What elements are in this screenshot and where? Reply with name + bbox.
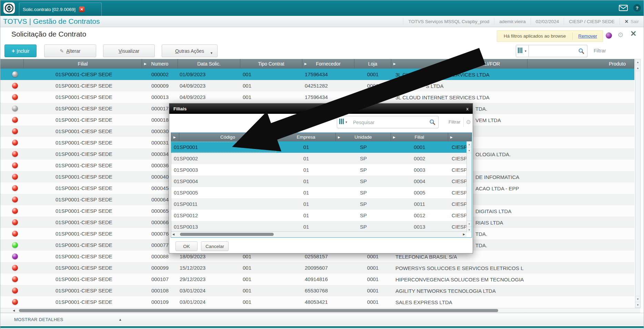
header-loja[interactable]: Loja	[354, 59, 391, 69]
status-cell	[0, 217, 24, 228]
horizontal-scrollbar[interactable]: ◀	[0, 308, 640, 313]
modal-header-unidade[interactable]: ▶Unidade	[336, 133, 391, 141]
session-info: TOTVS Serviços MSSQL Cvapby_prod ademir.…	[403, 16, 644, 27]
cell: 01SP0001-CIESP SEDE	[24, 160, 142, 171]
cell: 0001	[354, 80, 391, 91]
outras-acoes-button[interactable]: Outras Ações ▼	[162, 44, 218, 57]
modal-column-config-button[interactable]: ▼	[337, 116, 350, 128]
sort-arrow-icon[interactable]: ▶	[171, 133, 179, 141]
cell: 0001	[354, 285, 391, 296]
expand-up-icon[interactable]: ▲	[119, 318, 122, 321]
ok-button[interactable]: OK	[175, 241, 198, 251]
modal-table-row[interactable]: 01SP000401SP0004CIESP C	[171, 176, 472, 187]
scroll-page-down-icon[interactable]: ▼	[467, 221, 472, 227]
vertical-scrollbar[interactable]: ▲ ▲ ▼ ▼	[635, 59, 641, 308]
modal-table-row[interactable]: 01SP001201SP0012CIESP A	[171, 210, 472, 221]
search-icon[interactable]	[578, 48, 584, 54]
modal-search-field	[350, 116, 439, 128]
scroll-left-icon[interactable]: ◀	[13, 309, 15, 312]
header-produto[interactable]: Produto	[527, 59, 634, 69]
modal-table-row[interactable]: 01SP001301SP0013CIESP A	[171, 221, 472, 232]
cell: 48053421	[302, 296, 354, 308]
status-icon	[12, 83, 18, 89]
modal-table-row[interactable]: 01SP000301SP0003CIESP N	[171, 164, 472, 176]
status-cell	[0, 262, 24, 273]
search-input[interactable]	[531, 47, 577, 56]
scroll-up-icon[interactable]: ▲	[635, 59, 640, 65]
table-row[interactable]: 01SP0001-CIESP SEDE00000904/09/202300104…	[0, 80, 634, 91]
scroll-page-up-icon[interactable]: ▲	[635, 65, 640, 71]
column-config-button[interactable]: ▼	[516, 45, 529, 57]
scroll-down-icon[interactable]: ▼	[467, 227, 472, 232]
gear-icon[interactable]: ⚙	[466, 119, 471, 126]
scroll-right-icon[interactable]: ▶	[463, 233, 465, 236]
modal-title-bar[interactable]: Filiais x	[169, 103, 473, 114]
modal-search-input[interactable]	[352, 118, 423, 127]
produto-cell	[527, 194, 634, 205]
modal-table-row[interactable]: 01SP000201SP0002CIESP L	[171, 153, 472, 164]
header-fornecedor[interactable]: ▶Fornecedor	[302, 59, 354, 69]
modal-horizontal-scrollbar[interactable]: ◀ ▶	[171, 231, 466, 237]
cell: 01	[276, 187, 336, 198]
modal-header-filial[interactable]: ▶Filial	[391, 133, 448, 141]
branch-label[interactable]: CIESP / CIESP SEDE	[564, 18, 619, 25]
status-cell	[0, 285, 24, 296]
scroll-down-icon[interactable]: ▼	[635, 302, 640, 308]
cell: 0012	[391, 210, 448, 221]
scroll-up-icon[interactable]: ▲	[467, 141, 472, 147]
status-icon	[12, 140, 18, 146]
filtrar-label[interactable]: Filtrar	[594, 48, 606, 53]
modal-header-empresa[interactable]: Empresa	[276, 133, 336, 141]
cell: SP	[336, 210, 391, 221]
mail-icon[interactable]	[619, 5, 628, 11]
header-numero[interactable]: ▶Numero	[142, 59, 178, 69]
remove-filter-link[interactable]: Remover	[573, 33, 603, 39]
visualizar-button[interactable]: Visualizar	[103, 44, 155, 57]
produto-cell	[527, 148, 634, 160]
modal-header-codigo[interactable]: Código	[179, 133, 276, 141]
details-bar[interactable]: MOSTRAR DETALHES ▲	[0, 313, 644, 326]
status-icon	[12, 128, 18, 134]
tab-close-icon[interactable]: ✕	[79, 7, 84, 12]
table-row[interactable]: 01SP0001-CIESP SEDE00001304/09/202300117…	[0, 91, 634, 103]
modal-vertical-scrollbar[interactable]: ▲ ▲ ▼ ▼	[466, 141, 472, 232]
cli-for-cell: 3L CLOUD INTERNET SERVICES LTDA	[391, 91, 527, 103]
table-row[interactable]: 01SP0001-CIESP SEDE00000201/09/202300117…	[0, 69, 634, 80]
table-row[interactable]: 01SP0001-CIESP SEDE00010903/01/202400148…	[0, 296, 634, 308]
cancelar-button[interactable]: Cancelar	[201, 241, 229, 251]
header-filial[interactable]: Filial	[24, 59, 142, 69]
header-data-solic[interactable]: Data Solic.	[178, 59, 240, 69]
incluir-button[interactable]: + Incluir	[4, 44, 37, 57]
header-status[interactable]	[0, 59, 24, 69]
date-label[interactable]: 02/02/2024	[531, 18, 564, 25]
help-icon[interactable]: ?	[633, 4, 641, 12]
modal-table-row[interactable]: 01SP000101SP0001CIESP S	[171, 141, 472, 153]
status-cell	[0, 273, 24, 285]
scroll-left-icon[interactable]: ◀	[172, 233, 174, 236]
modal-header-nome[interactable]: ▶	[448, 133, 472, 141]
cell: 01SP0001-CIESP SEDE	[24, 69, 142, 80]
header-cli-for[interactable]: ▶CLI/FOR	[391, 59, 527, 69]
logout-button[interactable]: ✕ Sair	[620, 18, 644, 25]
modal-table-row[interactable]: 01SP001101SP0011CIESP A	[171, 198, 472, 210]
scroll-page-up-icon[interactable]: ▲	[467, 147, 472, 153]
scrollbar-thumb[interactable]	[19, 309, 498, 312]
cell: 01SP0001-CIESP SEDE	[24, 171, 142, 182]
gear-icon[interactable]: ⚙	[617, 31, 624, 39]
table-row[interactable]: 01SP0001-CIESP SEDE00009915/12/202300120…	[0, 262, 634, 273]
cell: 001	[240, 69, 302, 80]
modal-table-row[interactable]: 01SP000501SP0005CIESP S	[171, 187, 472, 198]
scroll-page-down-icon[interactable]: ▼	[635, 296, 640, 302]
app-tab[interactable]: Solic.contrato [02.9.0069] ✕	[19, 2, 102, 16]
user-label[interactable]: ademir.vieira	[494, 18, 531, 25]
table-row[interactable]: 01SP0001-CIESP SEDE00010803/01/202400165…	[0, 285, 634, 296]
search-icon[interactable]	[429, 119, 435, 125]
modal-filtrar-label[interactable]: Filtrar	[449, 119, 461, 124]
header-tipo-contrat[interactable]: Tipo Contrat	[240, 59, 302, 69]
notification-dot[interactable]	[606, 32, 612, 39]
alterar-button[interactable]: ✎ Alterar	[44, 44, 96, 57]
scrollbar-thumb[interactable]	[180, 233, 274, 236]
modal-close-icon[interactable]: x	[466, 106, 469, 111]
page-close-icon[interactable]: ✕	[630, 29, 636, 38]
table-row[interactable]: 01SP0001-CIESP SEDE00010729/12/202300140…	[0, 273, 634, 285]
